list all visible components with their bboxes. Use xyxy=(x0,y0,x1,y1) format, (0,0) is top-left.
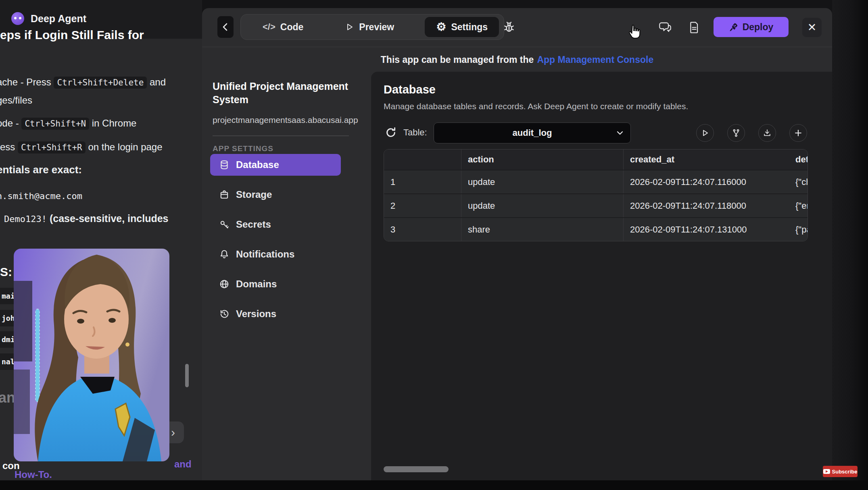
chat-fragment: S: xyxy=(0,265,12,279)
plus-icon xyxy=(794,129,803,137)
code-icon: </> xyxy=(263,22,275,32)
table-cell: 2026-02-09T11:24:07.131000 xyxy=(624,218,789,241)
sidebar-item-database[interactable]: Database xyxy=(210,154,341,176)
table-cell: {"er xyxy=(789,201,807,211)
chat-history-button[interactable] xyxy=(656,19,674,36)
chat-line: entials are exact: xyxy=(0,164,82,176)
table-header-row: action created_at deta xyxy=(384,149,807,170)
table-cell: {"ch xyxy=(789,177,807,187)
schema-branch-button[interactable] xyxy=(727,124,745,142)
management-banner: This app can be managed from the App Man… xyxy=(202,47,832,72)
add-record-button[interactable] xyxy=(789,124,807,142)
back-button[interactable] xyxy=(217,16,234,38)
run-query-button[interactable] xyxy=(696,124,714,142)
code-chip: Ctrl+Shift+R xyxy=(18,141,86,154)
close-button[interactable]: ✕ xyxy=(802,18,822,37)
table-cell: 1 xyxy=(384,170,461,193)
export-button[interactable] xyxy=(758,124,776,142)
history-icon xyxy=(219,309,230,319)
chat-line: ges/files xyxy=(0,95,32,106)
column-header xyxy=(384,149,461,170)
database-icon xyxy=(219,160,230,170)
download-icon xyxy=(763,129,772,137)
app-settings-dialog: </> Code Preview ⚙ Settings xyxy=(202,8,832,490)
tab-settings[interactable]: ⚙ Settings xyxy=(425,17,499,37)
subscribe-button[interactable]: Subscribe xyxy=(823,466,858,477)
table-cell: 2026-02-09T11:24:07.118000 xyxy=(624,194,789,217)
storage-icon xyxy=(219,189,230,200)
column-header: created_at xyxy=(624,149,789,170)
nav-section-label: APP SETTINGS xyxy=(213,144,273,153)
gear-icon: ⚙ xyxy=(436,21,446,33)
chevron-left-icon xyxy=(220,22,231,32)
table-select-label: Table: xyxy=(403,127,427,138)
rocket-icon xyxy=(729,22,739,32)
bug-icon xyxy=(503,21,515,33)
debug-button[interactable] xyxy=(503,21,515,33)
column-header: deta xyxy=(789,154,807,165)
code-chip: Ctrl+Shift+N xyxy=(21,118,89,130)
nav-divider xyxy=(213,135,349,136)
key-icon xyxy=(219,219,230,230)
chevron-down-icon xyxy=(616,130,624,136)
document-button[interactable] xyxy=(685,19,703,36)
table-row[interactable]: 2 update 2026-02-09T11:24:07.118000 {"er xyxy=(384,193,807,217)
table-select[interactable]: audit_log xyxy=(434,122,631,143)
chat-line: ress Ctrl+Shift+R on the login page xyxy=(0,141,163,153)
table-row[interactable]: 1 update 2026-02-09T11:24:07.116000 {"ch xyxy=(384,170,807,193)
chat-line: ode - Ctrl+Shift+N in Chrome xyxy=(0,118,136,129)
table-cell: 2026-02-09T11:24:07.116000 xyxy=(624,170,789,193)
database-panel: Database Manage database tables and reco… xyxy=(371,72,832,490)
refresh-button[interactable] xyxy=(384,126,398,139)
chat-line: n.smith@acme.com xyxy=(0,190,82,201)
deploy-button[interactable]: Deploy xyxy=(714,17,789,37)
chat-line: ache - Press Ctrl+Shift+Delete and xyxy=(0,77,166,88)
view-tab-bar: </> Code Preview ⚙ Settings xyxy=(240,14,504,40)
code-chip: Ctrl+Shift+Delete xyxy=(54,77,147,89)
sidebar-item-domains[interactable]: Domains xyxy=(210,273,341,295)
background-right-strip xyxy=(832,0,868,490)
app-management-console-link[interactable]: App Management Console xyxy=(537,54,653,65)
chat-footer-link[interactable]: and xyxy=(174,459,192,470)
table-cell: update xyxy=(461,170,624,193)
document-icon xyxy=(689,21,700,33)
sidebar-item-secrets[interactable]: Secrets xyxy=(210,214,341,235)
bell-icon xyxy=(219,249,230,260)
presenter-video-overlay xyxy=(14,249,169,461)
sidebar-scrollbar-thumb[interactable] xyxy=(185,364,189,387)
page-description: Manage database tables and records. Ask … xyxy=(384,102,688,111)
page-title: Database xyxy=(384,83,436,96)
play-icon xyxy=(701,129,709,137)
brand-title: Deep Agent xyxy=(31,13,86,25)
close-icon: ✕ xyxy=(807,21,817,34)
table-cell: share xyxy=(461,218,624,241)
app-name: Unified Project Management System xyxy=(213,80,350,106)
collapse-chevron-icon[interactable]: › xyxy=(0,13,0,25)
sidebar-item-versions[interactable]: Versions xyxy=(210,303,341,325)
globe-icon xyxy=(219,279,230,289)
fork-icon xyxy=(732,129,741,137)
tab-preview[interactable]: Preview xyxy=(333,15,405,39)
play-icon xyxy=(344,22,354,32)
screen: › Deep Agent teps if Login Still Fails f… xyxy=(0,0,868,490)
tab-code[interactable]: </> Code xyxy=(251,15,315,39)
app-url: projectmanagementsaas.abacusai.app xyxy=(213,115,358,125)
table-cell: 2 xyxy=(384,194,461,217)
mouse-cursor-hand xyxy=(626,23,643,42)
column-header: action xyxy=(461,149,624,170)
chat-heading: teps if Login Still Fails for xyxy=(0,28,144,42)
youtube-play-icon xyxy=(823,469,830,474)
presenter-illustration xyxy=(14,249,169,461)
table-cell: update xyxy=(461,194,624,217)
sidebar-item-notifications[interactable]: Notifications xyxy=(210,243,341,265)
table-row[interactable]: 3 share 2026-02-09T11:24:07.131000 {"pa xyxy=(384,217,807,241)
horizontal-scrollbar-thumb[interactable] xyxy=(384,466,449,472)
chat-line: Demo123! (case-sensitive, includes xyxy=(4,213,169,224)
records-table: action created_at deta 1 update 2026-02-… xyxy=(384,149,808,241)
table-cell: {"pa xyxy=(789,224,807,235)
deep-agent-logo-icon xyxy=(11,12,24,25)
chat-bubbles-icon xyxy=(659,21,672,34)
sidebar-item-storage[interactable]: Storage xyxy=(210,184,341,206)
chat-footer-link[interactable]: How-To. xyxy=(15,469,52,480)
table-cell: 3 xyxy=(384,218,461,241)
